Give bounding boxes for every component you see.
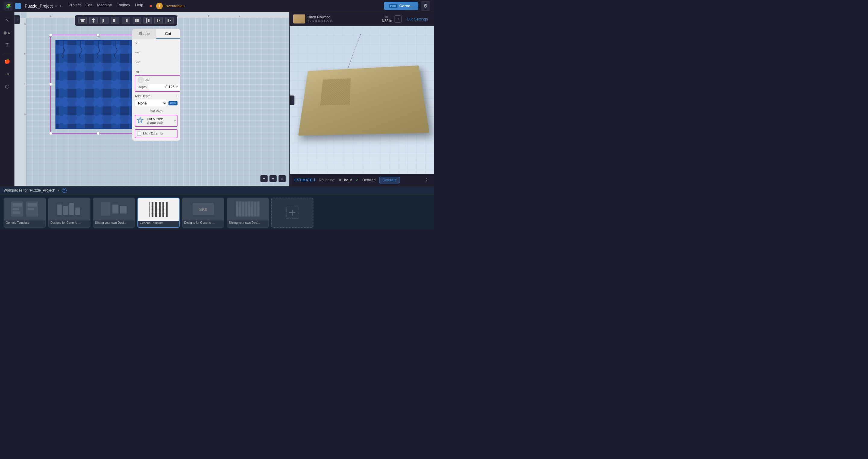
thumb-img-3 [93,198,135,221]
use-tabs-checkbox[interactable] [137,132,141,136]
depth-label: Depth [138,85,147,89]
add-bit-button[interactable]: + [395,15,402,23]
carve-button[interactable]: PRO Carve... [384,2,418,10]
svg-rect-4 [92,19,95,20]
dropdown-chevron-icon[interactable]: ▾ [58,189,59,192]
handle-ml[interactable] [49,83,52,86]
nav-help[interactable]: Help [135,3,143,9]
thumb-label-2: Designs for Generic ... [49,221,90,225]
star-icon[interactable]: ☆ [55,4,58,8]
align-btn-6[interactable] [133,17,141,24]
nav-toolbox[interactable]: Toolbox [117,3,130,9]
thumb-label-5: Designs for Generic ... [182,221,224,225]
left-collapse-button[interactable]: ‹ [14,15,20,24]
thumb-generic-template-2[interactable]: Generic Template [137,198,180,228]
add-depth-controls: None PRO [135,100,178,107]
tool-3d[interactable]: ⬡ [2,81,13,92]
refresh-icon[interactable]: ↻ [160,132,163,136]
nav-edit[interactable]: Edit [86,3,92,9]
tool-image[interactable]: 🍎 [2,56,13,67]
settings-icon: ⚙ [424,3,428,9]
ruler-v-tick-3: 3 [24,23,26,26]
svg-rect-47 [236,201,260,217]
help-icon[interactable]: ? [62,188,67,193]
import-icon: ⇥ [5,71,9,77]
top-nav: 🧩 Puzzle_Project ☆ ▾ Project Edit Machin… [0,0,434,12]
ruler-vertical: 3 2 1 0 [14,18,27,186]
panel-collapse-button[interactable]: › [290,96,294,105]
info-icon: ℹ [176,95,178,98]
svg-rect-37 [113,204,119,214]
handle-tc[interactable] [97,34,100,37]
handle-bl[interactable] [49,132,52,135]
thumb-sk8[interactable]: SK8 Designs for Generic ... [182,198,224,228]
cut-path-star-icon [136,117,145,125]
cut-panel-body: -0" -¹⁄₃₂" -¹⁄₁₆" -³⁄₃₂" − -¹⁄₈" [132,39,180,141]
fit-view-button[interactable]: ⌂ [278,175,286,182]
svg-rect-7 [102,19,103,23]
left-toolbar: ↖ ◉▲ T 🍎 ⇥ ⬡ [0,12,14,186]
depth-mark-2: -¹⁄₁₆" [135,61,180,64]
thumb-img-5: SK8 [182,198,224,221]
depth-minus-btn[interactable]: − [138,77,144,83]
puzzle-design[interactable] [56,40,141,129]
thumb-generic-template-1[interactable]: Generic Template [4,198,46,228]
align-btn-9[interactable] [165,17,174,24]
more-options-button[interactable]: ⋮ [424,177,429,183]
depth-mark-1: -¹⁄₃₂" [135,51,180,54]
board-3d [298,65,430,135]
handle-bc[interactable] [97,132,100,135]
align-btn-5[interactable] [122,17,130,24]
tab-cut[interactable]: Cut [156,29,180,39]
thumb-label-3: Slicing your own Desi... [93,221,135,225]
bit-label: Bit [381,15,392,19]
svg-rect-18 [167,19,169,22]
svg-rect-34 [75,207,80,215]
cut-path-chevron-icon[interactable]: ▾ [174,119,176,123]
ruler-v-tick-0: 0 [24,113,26,116]
nav-project[interactable]: Project [68,3,81,9]
zoom-in-button[interactable]: + [270,175,277,182]
tab-shape[interactable]: Shape [132,29,156,39]
ruler-h-tick-6: 6 [207,14,209,17]
align-btn-8[interactable] [154,17,163,24]
align-btn-1[interactable] [79,17,87,24]
align-btn-7[interactable] [144,17,152,24]
settings-button[interactable]: ⚙ [421,1,430,11]
inventables-icon: I [156,3,163,9]
add-depth-select[interactable]: None [135,100,167,107]
svg-rect-32 [63,206,68,215]
tool-import[interactable]: ⇥ [2,68,13,79]
handle-tl[interactable] [49,34,52,37]
roughing-label: Roughing: [319,178,336,182]
material-name: Birch Plywood [308,15,379,19]
align-btn-2[interactable] [89,17,98,24]
inventables-button[interactable]: I Inventables [156,3,185,9]
thumb-img-1 [4,198,45,221]
thumb-add-button[interactable] [271,198,313,228]
thumb-label-4: Generic Template [138,221,179,225]
tool-arrow[interactable]: ↖ [2,14,13,25]
tool-shapes[interactable]: ◉▲ [2,27,13,38]
thumb-slicing-1[interactable]: Slicing your own Desi... [93,198,135,228]
cube-icon: ⬡ [5,84,9,90]
cut-path-row[interactable]: Cut outside shape path ▾ [135,115,178,127]
nav-machine[interactable]: Machine [97,3,112,9]
svg-rect-41 [150,202,167,217]
zoom-out-button[interactable]: − [260,175,268,182]
thumb-slicing-2[interactable]: Slicing your own Desi... [227,198,269,228]
project-icon [15,3,21,9]
align-btn-3[interactable] [100,17,108,24]
cut-path-section: Cut Path Cut outside shape path ▾ [135,109,178,127]
align-btn-4[interactable] [111,17,119,24]
cut-settings-button[interactable]: Cut Settings [404,16,430,23]
thumb-img-6 [227,198,269,221]
svg-rect-2 [81,21,84,22]
simulate-button[interactable]: Simulate [379,177,400,184]
chevron-down-icon[interactable]: ▾ [60,4,61,7]
tool-text[interactable]: T [2,40,13,51]
toolbar-separator [3,53,11,53]
depth-input[interactable] [148,84,180,90]
thumb-designs-generic-1[interactable]: Designs for Generic ... [48,198,90,228]
svg-rect-11 [127,19,128,23]
